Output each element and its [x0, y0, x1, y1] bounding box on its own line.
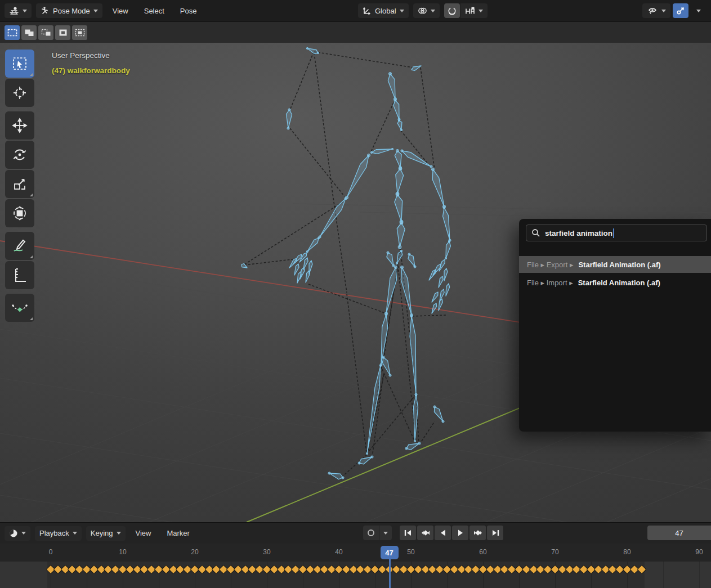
auto-keying-toggle[interactable] [363, 526, 379, 540]
viewport-3d[interactable]: User Perspective (47) walkforwardbody [0, 43, 711, 522]
bone-joint[interactable] [385, 313, 387, 316]
timeline-ruler[interactable]: 0102030405060708090 [0, 544, 711, 562]
bone-joint[interactable] [366, 452, 368, 454]
armature-bone[interactable] [396, 169, 404, 194]
bone-joint[interactable] [367, 154, 370, 156]
armature-bone[interactable] [347, 155, 369, 198]
armature-bone[interactable] [434, 407, 443, 421]
armature-bone[interactable] [408, 254, 415, 267]
current-frame-badge[interactable]: 47 [381, 546, 399, 559]
armature-bone[interactable] [410, 316, 416, 394]
bone-joint[interactable] [318, 237, 319, 239]
armature-bone[interactable] [406, 443, 419, 450]
transform-tool[interactable] [5, 199, 34, 227]
armature-bone[interactable] [393, 100, 399, 119]
play-forward-button[interactable] [452, 526, 468, 540]
select-mode-intersect-button[interactable] [72, 25, 87, 40]
armature-bone[interactable] [432, 292, 438, 302]
cursor-tool[interactable] [5, 79, 34, 107]
armature-bone[interactable] [429, 270, 436, 280]
bone-joint[interactable] [382, 356, 384, 358]
bone-joint[interactable] [306, 47, 308, 49]
bone-joint[interactable] [389, 374, 391, 376]
armature-bone[interactable] [329, 473, 343, 479]
snap-settings-selector[interactable] [460, 3, 488, 18]
bone-joint[interactable] [394, 266, 397, 268]
armature-bone[interactable] [395, 195, 403, 222]
rotate-tool[interactable] [5, 141, 34, 169]
bone-joint[interactable] [414, 440, 415, 442]
bone-joint[interactable] [410, 315, 413, 317]
bone-joint[interactable] [443, 207, 445, 209]
armature-bone[interactable] [387, 253, 393, 266]
bone-joint[interactable] [414, 266, 416, 268]
bone-joint[interactable] [445, 257, 446, 259]
armature-bone[interactable] [397, 223, 405, 247]
bone-joint[interactable] [379, 365, 381, 366]
select-mode-subtract-button[interactable] [38, 25, 53, 40]
bone-joint[interactable] [442, 420, 444, 423]
armature-bone[interactable] [242, 263, 247, 268]
snap-toggle-button[interactable] [444, 3, 460, 18]
transform-orientation-selector[interactable]: Global [358, 3, 409, 18]
playhead-line[interactable] [389, 559, 391, 588]
bone-joint[interactable] [400, 221, 403, 225]
armature-bone[interactable] [372, 149, 392, 154]
show-gizmos-toggle[interactable] [673, 3, 688, 18]
bone-joint[interactable] [400, 266, 403, 268]
bone-joint[interactable] [391, 148, 393, 150]
bone-joint[interactable] [371, 456, 373, 458]
bone-joint[interactable] [394, 99, 396, 101]
bone-joint[interactable] [400, 129, 402, 131]
armature-bone[interactable] [401, 267, 412, 315]
select-mode-set-button[interactable] [5, 25, 20, 40]
keyframe-strip[interactable] [0, 562, 711, 588]
bone-joint[interactable] [401, 150, 403, 152]
bone-joint[interactable] [388, 72, 391, 75]
bone-joint[interactable] [398, 245, 401, 249]
bone-joint[interactable] [396, 149, 399, 152]
mode-selector[interactable]: Pose Mode [36, 3, 102, 18]
armature-bone[interactable] [287, 110, 292, 128]
armature-bone[interactable] [294, 264, 299, 275]
bone-joint[interactable] [430, 165, 432, 168]
search-result-export[interactable]: File ▸ Export ▸ Starfield Animation (.af… [519, 256, 711, 273]
bone-joint[interactable] [328, 472, 330, 474]
bone-joint[interactable] [448, 240, 450, 242]
armature-bone[interactable] [446, 241, 450, 258]
armature-bone[interactable] [307, 238, 319, 252]
play-reverse-button[interactable] [435, 526, 451, 540]
search-input[interactable]: starfield animation [526, 225, 707, 241]
current-frame-field[interactable]: 47 [647, 526, 711, 540]
bone-joint[interactable] [370, 151, 372, 153]
bone-joint[interactable] [408, 253, 410, 255]
editor-type-selector[interactable] [5, 3, 32, 18]
select-mode-extend-button[interactable] [21, 25, 37, 40]
bone-joint[interactable] [306, 250, 308, 252]
bone-joint[interactable] [405, 447, 408, 450]
jump-to-start-button[interactable] [400, 526, 416, 540]
timeline-menu-view[interactable]: View [130, 526, 157, 541]
bone-joint[interactable] [398, 119, 400, 121]
keying-menu[interactable]: Keying [86, 526, 126, 541]
search-result-import[interactable]: File ▸ Import ▸ Starfield Animation (.af… [519, 274, 711, 291]
armature-bone[interactable] [359, 457, 372, 464]
bone-joint[interactable] [358, 462, 360, 464]
armature-bone[interactable] [402, 151, 431, 167]
armature-bone[interactable] [432, 169, 444, 207]
bone-joint[interactable] [387, 252, 389, 254]
armature-bone[interactable] [412, 66, 421, 70]
bone-joint[interactable] [415, 394, 417, 396]
next-keyframe-button[interactable] [469, 526, 486, 540]
measure-tool[interactable] [5, 261, 34, 289]
bone-joint[interactable] [433, 406, 436, 408]
annotate-tool[interactable] [5, 232, 34, 260]
bone-joint[interactable] [345, 198, 347, 200]
armature-bone[interactable] [439, 276, 443, 288]
armature-bone[interactable] [446, 284, 450, 296]
armature-bone[interactable] [307, 48, 318, 54]
armature-bone[interactable] [382, 357, 390, 375]
jump-to-end-button[interactable] [487, 526, 503, 540]
bone-joint[interactable] [396, 262, 397, 264]
armature-bone[interactable] [306, 271, 310, 282]
